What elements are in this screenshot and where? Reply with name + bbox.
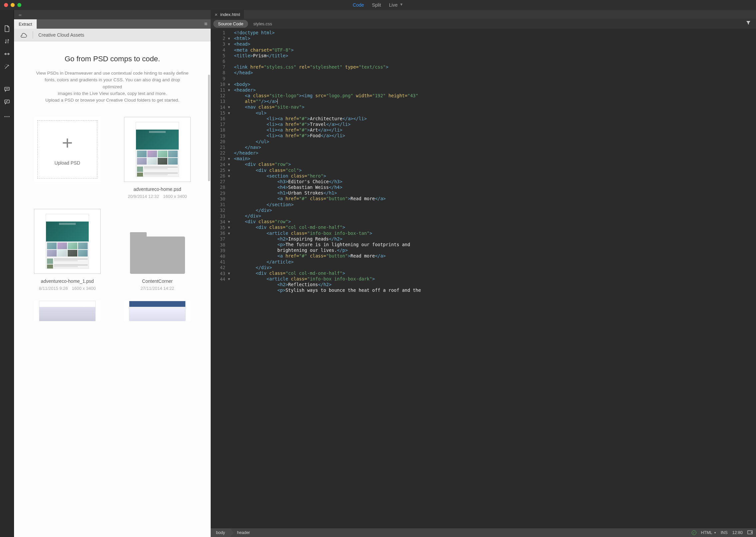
svg-point-5	[4, 116, 5, 117]
window-zoom-button[interactable]	[17, 3, 21, 7]
folder-name: ContentCorner	[142, 278, 173, 284]
more-icon[interactable]	[4, 113, 10, 120]
psd-dims: 1600 x 3400	[72, 286, 96, 291]
plus-icon: +	[62, 134, 73, 152]
cursor-position: 12:80	[732, 530, 743, 535]
scrollbar-thumb[interactable]	[208, 75, 210, 181]
psd-date: 8/11/2015 9:26	[39, 286, 68, 291]
psd-name: adventureco-home.psd	[133, 187, 181, 192]
window-titlebar: Code Split Live ▼	[0, 0, 756, 10]
psd-name: adventureco-home_1.psd	[41, 278, 94, 284]
upload-psd-card[interactable]: + Upload PSD	[29, 117, 106, 199]
close-tab-icon[interactable]: ×	[215, 12, 218, 17]
creative-cloud-icon	[20, 31, 27, 39]
svg-point-2	[7, 89, 7, 89]
folder-card[interactable]: ContentCorner 27/11/2014 14:22	[119, 209, 196, 291]
status-bar: body header ✓ HTML▾ INS 12:80	[211, 528, 756, 537]
psd-card[interactable]: adventureco-home.psd 20/9/2014 12:321600…	[119, 117, 196, 199]
svg-point-3	[8, 89, 8, 89]
swap-icon[interactable]	[4, 38, 10, 45]
snap-icon[interactable]	[4, 51, 10, 57]
view-mode-split[interactable]: Split	[372, 2, 381, 8]
window-close-button[interactable]	[4, 3, 8, 7]
insert-mode-indicator[interactable]: INS	[721, 530, 728, 535]
svg-point-6	[6, 116, 7, 117]
psd-card[interactable]	[29, 301, 106, 321]
psd-date: 20/9/2014 12:32	[128, 194, 159, 199]
svg-point-1	[6, 89, 6, 89]
cc-assets-label: Creative Cloud Assets	[38, 32, 84, 38]
breadcrumb-body[interactable]: body	[211, 528, 230, 537]
code-area[interactable]: 1234567891011121314151617181920212223242…	[211, 29, 756, 528]
source-tab-source-code[interactable]: Source Code	[213, 20, 248, 28]
file-tab-index[interactable]: × index.html	[211, 10, 244, 19]
window-minimize-button[interactable]	[11, 3, 15, 7]
overflow-icon[interactable]	[747, 530, 753, 536]
extract-heading: Go from PSD comps to code.	[24, 55, 201, 63]
panel-collapse-handle[interactable]: ‹‹	[14, 10, 211, 19]
checklist-icon[interactable]	[4, 99, 10, 105]
wand-icon[interactable]	[4, 63, 10, 70]
file-tab-label: index.html	[220, 12, 240, 17]
source-tab-styles[interactable]: styles.css	[249, 20, 277, 28]
breadcrumb-header[interactable]: header	[230, 528, 255, 537]
upload-label: Upload PSD	[54, 160, 80, 166]
status-ok-icon[interactable]: ✓	[692, 530, 696, 535]
view-mode-live[interactable]: Live	[389, 2, 398, 8]
psd-card[interactable]: adventureco-home_1.psd 8/11/2015 9:26160…	[29, 209, 106, 291]
cc-assets-bar: Creative Cloud Assets	[14, 29, 211, 41]
file-icon[interactable]	[4, 25, 10, 32]
svg-point-7	[8, 116, 9, 117]
extract-panel: ‹‹ Extract ≡ Creative Cloud Assets Go fr…	[14, 10, 211, 537]
panel-menu-icon[interactable]: ≡	[201, 19, 211, 29]
panel-tab-extract[interactable]: Extract	[14, 19, 37, 29]
code-editor: × index.html Source Code styles.css 1234…	[211, 10, 756, 537]
view-mode-code[interactable]: Code	[353, 2, 364, 8]
folder-icon	[130, 232, 185, 274]
psd-dims: 1600 x 3400	[163, 194, 187, 199]
folder-date: 27/11/2014 14:22	[140, 286, 174, 291]
psd-card[interactable]	[119, 301, 196, 321]
tool-rail	[0, 10, 14, 537]
language-selector[interactable]: HTML▾	[701, 530, 716, 535]
comment-icon[interactable]	[4, 86, 10, 93]
filter-icon[interactable]	[743, 21, 753, 27]
view-mode-dropdown-icon[interactable]: ▼	[400, 2, 403, 8]
extract-description: View PSDs in Dreamweaver and use context…	[36, 70, 189, 104]
